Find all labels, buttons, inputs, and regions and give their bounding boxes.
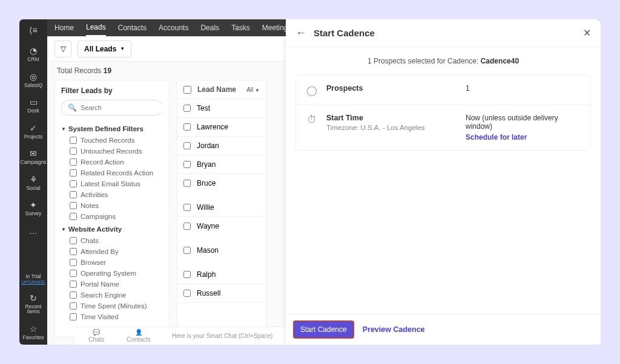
lead-row[interactable]: Wayne <box>177 217 266 241</box>
filter-checkbox[interactable] <box>70 180 77 187</box>
lead-row[interactable]: Jordan <box>177 137 266 155</box>
filter-checkbox[interactable] <box>70 281 77 288</box>
sidebar-item-survey[interactable]: ✦ Survey <box>19 195 47 221</box>
filter-group-website[interactable]: ▼Website Activity <box>61 226 163 233</box>
filter-group-system[interactable]: ▼System Defined Filters <box>61 125 163 132</box>
schedule-later-link[interactable]: Schedule for later <box>466 133 581 141</box>
sidebar-item-social[interactable]: ⚘ Social <box>19 170 47 196</box>
search-input[interactable] <box>81 104 164 111</box>
filter-checkbox[interactable] <box>70 270 77 277</box>
sidebar-item-crm[interactable]: ◔ CRM <box>19 41 47 67</box>
filter-checkbox[interactable] <box>70 313 77 320</box>
close-button[interactable]: ✕ <box>583 27 591 39</box>
filter-toggle-button[interactable]: ▽ <box>54 41 71 57</box>
sidebar-item-recent[interactable]: ↻ Recent Items <box>19 288 47 319</box>
filter-item[interactable]: Activities <box>61 189 163 200</box>
chevron-down-icon: ▼ <box>61 126 66 132</box>
leads-header-label: Lead Name <box>197 85 236 94</box>
nav-contacts[interactable]: Contacts <box>118 20 147 36</box>
filter-item[interactable]: Related Records Action <box>61 167 163 178</box>
sidebar-item-more[interactable]: … <box>19 221 47 241</box>
nav-accounts[interactable]: Accounts <box>159 20 188 36</box>
cadence-row-prospects: ◯ Prospects 1 <box>296 76 590 105</box>
filter-checkbox[interactable] <box>70 213 77 220</box>
lead-name: Mason <box>197 246 219 255</box>
dropdown-label: All Leads <box>84 45 116 53</box>
filter-item[interactable]: Portal Name <box>61 279 163 290</box>
filter-search[interactable]: 🔍 <box>61 100 163 115</box>
filter-item[interactable]: Latest Email Status <box>61 178 163 189</box>
leads-header-all[interactable]: All ▼ <box>246 86 260 93</box>
filter-item[interactable]: Touched Records <box>61 135 163 146</box>
sidebar-item-favorites[interactable]: ☆ Favorites <box>19 319 47 345</box>
app-sidebar: ⟨≡ ◔ CRM ◎ SalesIQ ▭ Desk ✓ Projects ✉ C… <box>19 19 47 345</box>
filter-checkbox[interactable] <box>70 291 77 299</box>
lead-row[interactable]: Willie <box>177 198 266 217</box>
lead-checkbox[interactable] <box>183 142 191 149</box>
bottom-chats[interactable]: 💬 Chats <box>75 329 117 343</box>
smart-chat-hint: Here is your Smart Chat (Ctrl+Space) <box>172 333 272 339</box>
nav-home[interactable]: Home <box>54 20 74 36</box>
sidebar-trial[interactable]: In Trial UPGRADE <box>19 270 47 288</box>
filter-checkbox[interactable] <box>70 302 77 310</box>
nav-tasks[interactable]: Tasks <box>231 20 250 36</box>
lead-row[interactable]: Test <box>177 99 266 118</box>
filter-item[interactable]: Chats <box>61 235 163 246</box>
preview-cadence-link[interactable]: Preview Cadence <box>363 325 425 334</box>
filter-item[interactable]: Untouched Records <box>61 146 163 157</box>
lead-name: Wayne <box>197 222 219 230</box>
filter-panel-title: Filter Leads by <box>61 86 163 95</box>
lead-checkbox[interactable] <box>183 247 191 254</box>
nav-deals[interactable]: Deals <box>200 20 219 36</box>
filter-item[interactable]: Time Spent (Minutes) <box>61 301 163 311</box>
filter-item[interactable]: Record Action <box>61 157 163 167</box>
nav-leads[interactable]: Leads <box>86 19 106 36</box>
lead-checkbox[interactable] <box>183 123 191 131</box>
filter-item[interactable]: Notes <box>61 200 163 211</box>
lead-checkbox[interactable] <box>183 180 191 187</box>
lead-row[interactable]: Bruce <box>177 174 266 198</box>
lead-row[interactable]: Lawrence <box>177 118 266 137</box>
sidebar-item-desk[interactable]: ▭ Desk <box>19 93 47 119</box>
filter-item[interactable]: Campaigns <box>61 211 163 222</box>
lead-name: Willie <box>197 203 214 212</box>
filter-item[interactable]: Browser <box>61 257 163 268</box>
filter-checkbox[interactable] <box>70 259 77 266</box>
lead-checkbox[interactable] <box>183 105 191 112</box>
search-icon: 🔍 <box>68 103 77 112</box>
filter-item[interactable]: Search Engine <box>61 290 163 301</box>
filter-item[interactable]: Time Visited <box>61 311 163 322</box>
filter-item[interactable]: Attended By <box>61 246 163 257</box>
start-cadence-button[interactable]: Start Cadence <box>293 320 354 339</box>
filter-checkbox[interactable] <box>70 148 77 155</box>
lead-checkbox[interactable] <box>183 161 191 168</box>
sidebar-toggle[interactable]: ⟨≡ <box>19 19 47 41</box>
chevron-down-icon: ▼ <box>61 227 66 232</box>
lead-checkbox[interactable] <box>183 290 191 297</box>
lead-row[interactable]: Russell <box>177 284 266 303</box>
filter-checkbox[interactable] <box>70 169 77 177</box>
prospects-value: 1 <box>466 84 581 93</box>
filter-checkbox[interactable] <box>70 202 77 209</box>
lead-name: Russell <box>197 289 220 297</box>
select-all-checkbox[interactable] <box>183 86 191 94</box>
filter-checkbox[interactable] <box>70 137 77 144</box>
sidebar-item-salesiq[interactable]: ◎ SalesIQ <box>19 67 47 93</box>
view-dropdown[interactable]: All Leads ▼ <box>78 41 131 57</box>
filter-checkbox[interactable] <box>70 158 77 166</box>
bottom-contacts[interactable]: 👤 Contacts <box>117 329 160 343</box>
lead-row[interactable]: Ralph <box>177 265 266 284</box>
filter-checkbox[interactable] <box>70 191 77 198</box>
sidebar-item-campaigns[interactable]: ✉ Campaigns <box>19 144 47 170</box>
back-button[interactable]: ← <box>295 27 306 39</box>
filter-checkbox[interactable] <box>70 248 77 255</box>
lead-row[interactable]: Mason <box>177 241 266 265</box>
upgrade-link[interactable]: UPGRADE <box>21 279 46 285</box>
lead-row[interactable]: Bryan <box>177 155 266 174</box>
filter-item[interactable]: Operating System <box>61 268 163 279</box>
sidebar-item-projects[interactable]: ✓ Projects <box>19 119 47 145</box>
filter-checkbox[interactable] <box>70 237 77 244</box>
lead-checkbox[interactable] <box>183 204 191 211</box>
lead-checkbox[interactable] <box>183 223 191 230</box>
lead-checkbox[interactable] <box>183 271 191 278</box>
